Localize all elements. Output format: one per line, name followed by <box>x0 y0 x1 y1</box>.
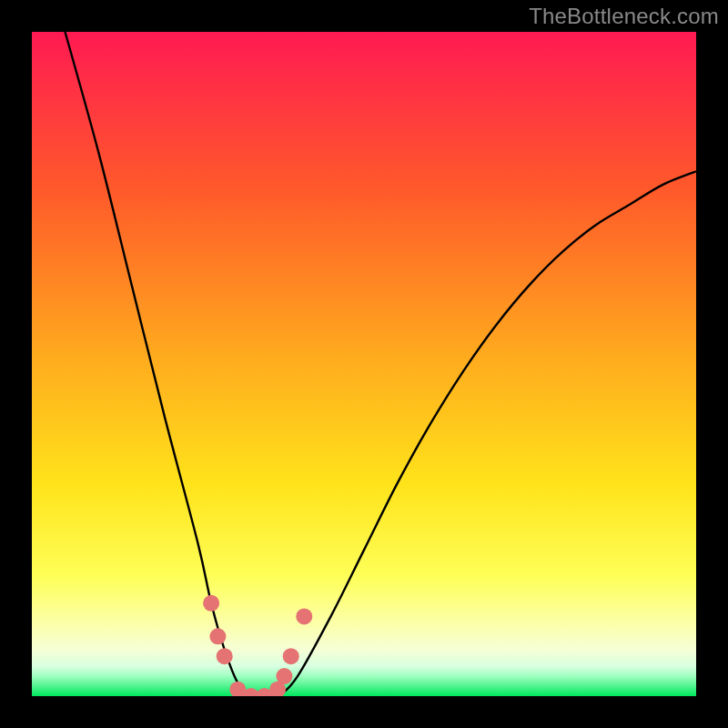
curve-marker <box>217 648 233 664</box>
curve-marker <box>276 668 292 684</box>
watermark-text: TheBottleneck.com <box>529 4 719 29</box>
curve-markers <box>203 595 312 696</box>
curve-marker <box>203 595 219 612</box>
chart-frame: TheBottleneck.com <box>0 0 728 728</box>
curve-marker <box>296 608 312 624</box>
curve-marker <box>209 628 226 644</box>
curve-marker <box>283 648 299 664</box>
plot-area <box>32 32 696 696</box>
bottleneck-curve <box>32 32 696 696</box>
